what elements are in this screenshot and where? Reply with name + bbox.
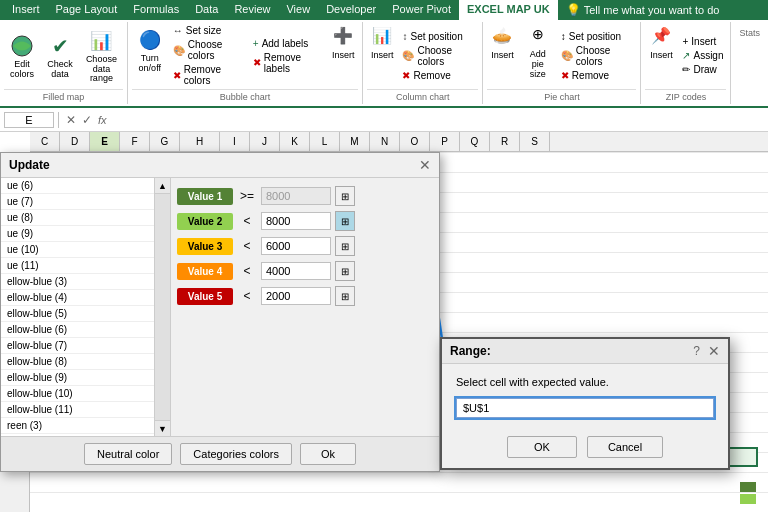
- list-item-g3[interactable]: reen (3): [1, 418, 154, 434]
- pie-choose-colors-button[interactable]: 🎨 Choose colors: [558, 44, 637, 68]
- value4-ref-button[interactable]: ⊞: [335, 261, 355, 281]
- turn-on-off-label: Turnon/off: [139, 54, 161, 74]
- group-zip-codes: 📌 Insert + Insert ↗ Assign ✏ Draw: [641, 22, 731, 104]
- value4-input[interactable]: [261, 262, 331, 280]
- tab-excel-map[interactable]: EXCEL MAP UK: [459, 0, 558, 20]
- formula-input[interactable]: [110, 113, 764, 127]
- update-list-panel: ue (6) ue (7) ue (8) ue (9) ue (10) ue (…: [1, 178, 171, 436]
- list-item-yb6[interactable]: ellow-blue (6): [1, 322, 154, 338]
- value2-op: <: [237, 214, 257, 228]
- zip-codes-assign-button[interactable]: ↗ Assign: [679, 49, 726, 62]
- zip-codes-insert-label: Insert: [691, 36, 716, 47]
- add-pie-size-button[interactable]: ⊕ Addpie size: [520, 24, 556, 87]
- range-dialog-close-button[interactable]: ✕: [708, 343, 720, 359]
- bubble-insert-label: Insert: [332, 50, 355, 60]
- choose-data-range-button[interactable]: 📊 Choosedata range: [80, 25, 123, 87]
- range-dialog-input[interactable]: [456, 398, 714, 418]
- tab-page-layout[interactable]: Page Layout: [48, 0, 126, 20]
- value3-input[interactable]: [261, 237, 331, 255]
- categories-colors-button[interactable]: Categories colors: [180, 443, 292, 465]
- value2-ref-button[interactable]: ⊞: [335, 211, 355, 231]
- add-labels-button[interactable]: + Add labels: [250, 37, 326, 50]
- list-scrollbar-down[interactable]: ▼: [155, 420, 170, 436]
- range-ok-button[interactable]: OK: [507, 436, 577, 458]
- col-header-d: D: [60, 132, 90, 151]
- range-dialog-title: Range:: [450, 344, 491, 358]
- column-remove-button[interactable]: ✖ Remove: [399, 69, 478, 82]
- list-item-ue11[interactable]: ue (11): [1, 258, 154, 274]
- pie-insert-button[interactable]: 🥧 Insert: [487, 24, 517, 87]
- pie-insert-label: Insert: [491, 50, 514, 60]
- list-item-ue10[interactable]: ue (10): [1, 242, 154, 258]
- col-header-l: L: [310, 132, 340, 151]
- bubble-remove-colors-button[interactable]: ✖ Remove colors: [170, 63, 248, 87]
- pie-set-position-label: Set position: [569, 31, 621, 42]
- list-item-ue9[interactable]: ue (9): [1, 226, 154, 242]
- tab-power-pivot[interactable]: Power Pivot: [384, 0, 459, 20]
- update-dialog-footer: Neutral color Categories colors Ok: [1, 436, 439, 471]
- remove-labels-button[interactable]: ✖ Remove labels: [250, 51, 326, 75]
- value3-ref-button[interactable]: ⊞: [335, 236, 355, 256]
- tab-data[interactable]: Data: [187, 0, 226, 20]
- list-item-yb5[interactable]: ellow-blue (5): [1, 306, 154, 322]
- tab-tell-me[interactable]: 💡 Tell me what you want to do: [558, 0, 728, 20]
- zip-codes-insert-button[interactable]: + Insert: [679, 35, 726, 48]
- bubble-insert-button[interactable]: ➕ Insert: [328, 24, 358, 87]
- value1-label: Value 1: [177, 188, 233, 205]
- list-item-ue8[interactable]: ue (8): [1, 210, 154, 226]
- col-header-h: H: [180, 132, 220, 151]
- value-row-3: Value 3 < ⊞: [177, 236, 433, 256]
- tab-insert[interactable]: Insert: [4, 0, 48, 20]
- list-item-yb10[interactable]: ellow-blue (10): [1, 386, 154, 402]
- tab-view[interactable]: View: [278, 0, 318, 20]
- group-zip-codes-label: ZIP codes: [645, 89, 726, 102]
- zip-codes-draw-button[interactable]: ✏ Draw: [679, 63, 726, 76]
- list-item-ue7[interactable]: ue (7): [1, 194, 154, 210]
- value1-op: >=: [237, 189, 257, 203]
- ribbon-content: Editcolors ✔ Checkdata 📊 Choosedata rang…: [0, 20, 768, 108]
- list-item-yb3[interactable]: ellow-blue (3): [1, 274, 154, 290]
- value-rows-panel: Value 1 >= ⊞ Value 2 < ⊞ Value 3 <: [171, 178, 439, 436]
- cancel-formula-button[interactable]: ✕: [63, 113, 79, 127]
- list-item-yb8[interactable]: ellow-blue (8): [1, 354, 154, 370]
- list-item-yb11[interactable]: ellow-blue (11): [1, 402, 154, 418]
- value2-input[interactable]: [261, 212, 331, 230]
- pie-remove-button[interactable]: ✖ Remove: [558, 69, 637, 82]
- turn-on-off-button[interactable]: 🔵 Turnon/off: [132, 24, 168, 87]
- ok-update-button[interactable]: Ok: [300, 443, 356, 465]
- range-cancel-button[interactable]: Cancel: [587, 436, 663, 458]
- zip-insert-button[interactable]: 📌 Insert: [645, 24, 677, 87]
- list-item-yb9[interactable]: ellow-blue (9): [1, 370, 154, 386]
- column-remove-label: Remove: [413, 70, 450, 81]
- column-choose-colors-button[interactable]: 🎨 Choose colors: [399, 44, 478, 68]
- col-header-r: R: [490, 132, 520, 151]
- bubble-choose-colors-icon: 🎨: [173, 45, 185, 56]
- check-data-button[interactable]: ✔ Checkdata: [42, 30, 78, 82]
- formula-bar: ✕ ✓ fx: [0, 108, 768, 132]
- tab-developer[interactable]: Developer: [318, 0, 384, 20]
- confirm-formula-button[interactable]: ✓: [79, 113, 95, 127]
- list-item-ue6[interactable]: ue (6): [1, 178, 154, 194]
- update-dialog-close-button[interactable]: ✕: [419, 157, 431, 173]
- value1-input[interactable]: [261, 187, 331, 205]
- tab-formulas[interactable]: Formulas: [125, 0, 187, 20]
- name-box[interactable]: [4, 112, 54, 128]
- value5-ref-button[interactable]: ⊞: [335, 286, 355, 306]
- edit-colors-button[interactable]: Editcolors: [4, 30, 40, 82]
- column-insert-button[interactable]: 📊 Insert: [367, 24, 397, 87]
- value1-ref-button[interactable]: ⊞: [335, 186, 355, 206]
- update-dialog-title: Update: [9, 158, 50, 172]
- value-row-4: Value 4 < ⊞: [177, 261, 433, 281]
- fx-button[interactable]: fx: [95, 114, 110, 126]
- bubble-choose-colors-button[interactable]: 🎨 Choose colors: [170, 38, 248, 62]
- list-item-yb4[interactable]: ellow-blue (4): [1, 290, 154, 306]
- list-item-yb7[interactable]: ellow-blue (7): [1, 338, 154, 354]
- value5-input[interactable]: [261, 287, 331, 305]
- list-scrollbar-up[interactable]: ▲: [155, 178, 170, 194]
- bubble-set-size-button[interactable]: ↔ Set size: [170, 24, 248, 37]
- column-set-position-button[interactable]: ↕ Set position: [399, 30, 478, 43]
- neutral-color-button[interactable]: Neutral color: [84, 443, 172, 465]
- tab-review[interactable]: Review: [226, 0, 278, 20]
- pie-set-position-button[interactable]: ↕ Set position: [558, 30, 637, 43]
- remove-labels-label: Remove labels: [264, 52, 323, 74]
